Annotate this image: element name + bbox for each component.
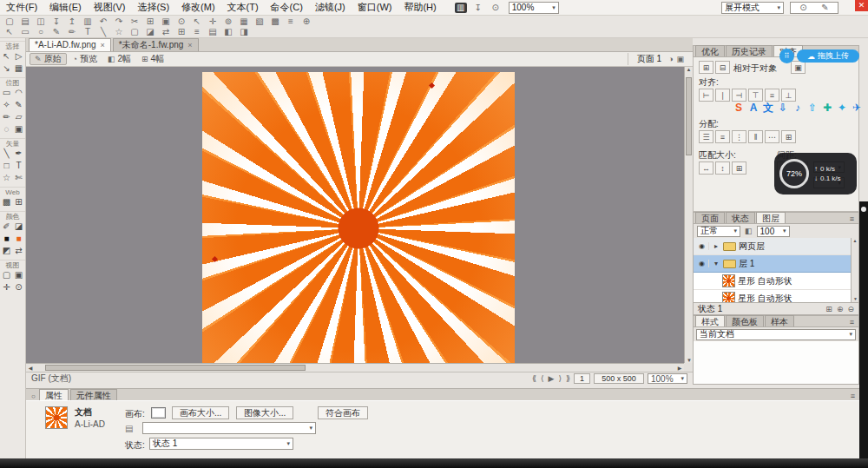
tab-layers[interactable]: 图层 — [756, 212, 786, 223]
brush-icon[interactable]: ✎ — [50, 27, 62, 37]
match-width-icon[interactable]: ↔ — [699, 161, 713, 175]
line-tool[interactable]: ╲ — [1, 148, 13, 160]
cut-icon[interactable]: ✂ — [128, 16, 141, 27]
edit-pen-icon[interactable]: ✎ — [819, 3, 832, 13]
sparkle-icon[interactable]: ✦ — [835, 101, 849, 115]
canvas-image[interactable] — [202, 72, 515, 363]
menu-file[interactable]: 文件(F) — [0, 0, 43, 15]
new-layer-icon[interactable]: ⊕ — [837, 305, 844, 313]
drag-upload-button[interactable]: ☁ 拖拽上传 — [797, 49, 859, 63]
align-left-icon[interactable]: ⊢ — [699, 89, 713, 102]
align-bottom-icon[interactable]: ⊥ — [781, 89, 796, 102]
rubber-stamp-tool[interactable]: ▣ — [13, 123, 25, 135]
import-icon[interactable]: ↧ — [50, 16, 62, 27]
mask-icon[interactable]: ◨ — [238, 27, 250, 37]
copy-icon[interactable]: ⊞ — [144, 16, 156, 27]
zoom-select[interactable]: 100% ▾ — [509, 2, 559, 14]
new-file-icon[interactable]: ▢ — [3, 16, 16, 27]
last-frame-icon[interactable]: ⟫ — [566, 374, 570, 383]
plus-icon[interactable]: ✚ — [820, 101, 834, 115]
hotspot-tool[interactable]: ▩ — [1, 196, 13, 208]
scroll-up-icon[interactable]: ▲ — [687, 67, 692, 72]
to-canvas-icon[interactable]: ▣ — [791, 61, 806, 74]
menu-view[interactable]: 视图(V) — [88, 0, 132, 15]
hand-icon[interactable]: ✛ — [207, 16, 219, 27]
window-close-button[interactable]: ✕ — [855, 0, 868, 11]
align-icon[interactable]: ≡ — [285, 16, 297, 27]
view-4up-button[interactable]: ⊞ 4幅 — [137, 53, 168, 65]
tab-symbol-properties[interactable]: 元件属性 — [70, 389, 117, 400]
doc-tab-untitled[interactable]: *未命名-1.fw.png × — [113, 38, 199, 51]
pointer-tool[interactable]: ↖ — [1, 50, 13, 63]
eraser-tool[interactable]: ▱ — [13, 111, 25, 123]
scrollbar-thumb[interactable] — [686, 77, 692, 155]
full-screen-icon[interactable]: ▣ — [13, 269, 25, 281]
rect-icon[interactable]: ▢ — [128, 27, 141, 37]
export-settings-select[interactable]: ▾ — [142, 422, 316, 434]
view-original-button[interactable]: ✎ 原始 — [30, 53, 67, 65]
paste-icon[interactable]: ▣ — [160, 16, 172, 27]
align-right-icon[interactable]: ⊣ — [732, 89, 746, 102]
library-icon[interactable]: ▤ — [207, 27, 219, 37]
view-2up-button[interactable]: ◧ 2幅 — [103, 53, 135, 65]
pencil-icon[interactable]: ✏ — [66, 27, 78, 37]
canvas-color-swatch[interactable] — [151, 407, 166, 419]
prev-frame-icon[interactable]: ⟨ — [541, 374, 544, 383]
scroll-right-icon[interactable]: ▶ — [675, 365, 684, 371]
image-size-button[interactable]: 图像大小... — [236, 406, 293, 419]
state-select[interactable]: 状态 1 ▾ — [149, 438, 293, 450]
master-page-icon[interactable]: ▣ — [676, 55, 684, 63]
menu-text[interactable]: 文本(T) — [221, 0, 265, 15]
grid-icon[interactable]: ▦ — [238, 16, 250, 27]
distribute-top-icon[interactable]: ☰ — [699, 130, 713, 143]
scale-tool[interactable]: ↘ — [1, 63, 13, 75]
play-icon[interactable]: ▶ — [549, 374, 555, 383]
scrollbar-thumb[interactable] — [45, 365, 306, 371]
relative-to-object-label[interactable]: 相对于对象 — [733, 63, 777, 75]
marquee-tool[interactable]: ▭ — [1, 87, 13, 99]
knife-tool[interactable]: ✄ — [13, 172, 25, 184]
download-icon[interactable]: ↧ — [472, 3, 484, 13]
subselection-tool[interactable]: ▷ — [13, 50, 25, 63]
stroke-color-well[interactable]: ■ — [1, 233, 13, 245]
uploader-badge-icon[interactable]: ⠿ — [779, 49, 794, 63]
align-anchor-icon[interactable]: ⊟ — [715, 61, 730, 74]
layer-object-row[interactable]: 星形 自动形状 — [694, 290, 852, 302]
standard-screen-icon[interactable]: ▢ — [1, 269, 13, 281]
zoom-icon[interactable]: ⊚ — [222, 16, 234, 27]
delete-layer-icon[interactable]: ⊖ — [847, 305, 854, 313]
canvas-viewport[interactable] — [26, 67, 684, 363]
frame-number[interactable]: 1 — [574, 373, 590, 384]
menu-filters[interactable]: 滤镜(J) — [309, 0, 352, 15]
menu-help[interactable]: 帮助(H) — [398, 0, 442, 15]
shape-star-icon[interactable]: ☆ — [113, 27, 125, 37]
vertical-scrollbar[interactable]: ▲ ▼ — [684, 67, 693, 363]
expand-mode-select[interactable]: 展开模式 ▾ — [721, 2, 784, 14]
text-tool-icon[interactable]: T — [82, 27, 94, 37]
letter-a-icon[interactable]: A — [746, 101, 760, 115]
expand-icon[interactable]: ▸ — [712, 242, 720, 250]
zoom-tool[interactable]: ⊙ — [13, 281, 25, 293]
scroll-left-icon[interactable]: ◀ — [26, 365, 35, 371]
download-arrow-icon[interactable]: ⇩ — [776, 101, 790, 115]
align-top-icon[interactable]: ⊤ — [748, 89, 763, 102]
redo-icon[interactable]: ↷ — [113, 16, 125, 27]
layer-row-layer1[interactable]: ◉ ▾ 层 1 — [694, 255, 852, 273]
crop-tool[interactable]: ▦ — [13, 63, 25, 75]
print-icon[interactable]: ▥ — [82, 16, 94, 27]
distribute-left-icon[interactable]: ‖ — [748, 130, 763, 143]
export-icon[interactable]: ↥ — [66, 16, 78, 27]
collapse-icon[interactable]: ▾ — [712, 260, 720, 267]
chinese-text-icon[interactable]: 文 — [761, 101, 775, 115]
undo-icon[interactable]: ↶ — [97, 16, 109, 27]
pointer-icon[interactable]: ↖ — [191, 16, 203, 27]
panel-menu-icon[interactable]: ≡ — [850, 318, 854, 326]
music-note-icon[interactable]: ♪ — [791, 101, 805, 115]
layers-scrollbar[interactable]: ▲ ▼ — [851, 238, 858, 302]
fit-canvas-button[interactable]: 符合画布 — [318, 406, 368, 419]
panel-menu-icon[interactable]: ≡ — [850, 214, 854, 223]
menu-commands[interactable]: 命令(C) — [265, 0, 309, 15]
upload-arrow-icon[interactable]: ⇧ — [806, 101, 819, 115]
canvas-size-button[interactable]: 画布大小... — [172, 406, 229, 419]
distribute-center-icon[interactable]: ⋯ — [765, 130, 779, 143]
